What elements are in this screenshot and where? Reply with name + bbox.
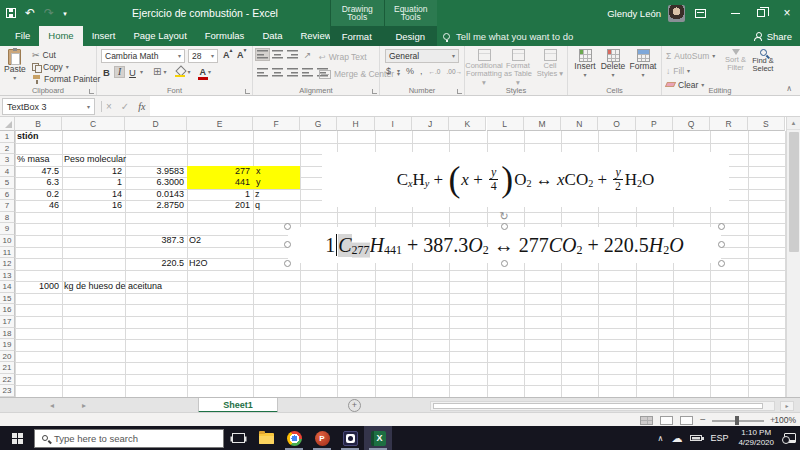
camera-app-button[interactable] — [336, 426, 364, 450]
vertical-scroll-thumb[interactable] — [789, 132, 799, 252]
cell-styles-button[interactable]: Cell Styles ▾ — [535, 49, 565, 79]
cell-B3[interactable]: % masa — [17, 154, 50, 166]
number-format-combo[interactable]: General▾ — [385, 49, 459, 63]
row-header-13[interactable]: 13 — [0, 270, 15, 282]
customize-qat-icon[interactable]: ▾ — [63, 10, 67, 17]
grow-font-button[interactable]: A▲ — [223, 50, 230, 60]
select-all-corner[interactable] — [0, 117, 15, 131]
middle-align-button[interactable] — [270, 48, 285, 61]
ribbon-display-options-icon[interactable] — [695, 9, 706, 18]
horizontal-scrollbar[interactable] — [430, 401, 775, 411]
alignment-dialog-launcher-icon[interactable] — [372, 89, 377, 94]
column-header-O[interactable]: O — [598, 117, 635, 131]
cell-C3[interactable]: Peso molecular — [64, 154, 126, 166]
column-header-S[interactable]: S — [748, 117, 785, 131]
zoom-out-icon[interactable]: − — [700, 414, 706, 425]
restore-button[interactable] — [748, 0, 774, 26]
start-button[interactable] — [0, 426, 34, 450]
cell-E5[interactable]: 441 — [187, 177, 253, 189]
page-break-view-button[interactable] — [680, 416, 693, 425]
autosum-button[interactable]: Σ AutoSum ▾ — [666, 49, 715, 62]
sort-filter-button[interactable]: Sort & Filter — [722, 49, 749, 73]
column-header-Q[interactable]: Q — [673, 117, 710, 131]
font-dialog-launcher-icon[interactable] — [245, 89, 250, 94]
font-color-icon[interactable]: A — [199, 68, 206, 77]
resize-handle[interactable] — [284, 241, 291, 248]
column-header-J[interactable]: J — [412, 117, 449, 131]
task-view-button[interactable] — [224, 426, 252, 450]
cell-E10[interactable]: O2 — [189, 235, 201, 247]
column-header-E[interactable]: E — [187, 117, 253, 131]
column-header-N[interactable]: N — [561, 117, 598, 131]
language-indicator[interactable]: ESP — [706, 426, 732, 450]
vertical-scrollbar[interactable]: ▲ — [786, 117, 800, 397]
row-header-1[interactable]: 1 — [0, 131, 15, 143]
user-avatar[interactable] — [668, 5, 685, 22]
align-right-button[interactable] — [285, 66, 300, 79]
row-header-21[interactable]: 21 — [0, 362, 15, 374]
resize-handle[interactable] — [718, 241, 725, 248]
wrap-text-button[interactable]: ↩ Wrap Text — [319, 51, 367, 63]
column-header-D[interactable]: D — [125, 117, 187, 131]
action-center-button[interactable] — [780, 426, 800, 450]
taskbar-search-input[interactable]: Type here to search — [34, 429, 224, 448]
find-select-button[interactable]: Find & Select — [750, 49, 776, 74]
cell-F6[interactable]: z — [255, 189, 260, 201]
cell-E7[interactable]: 201 — [187, 200, 253, 212]
new-sheet-icon[interactable]: + — [348, 399, 361, 412]
font-family-combo[interactable]: Cambria Math▾ — [101, 49, 185, 63]
cell-D7[interactable]: 2.8750 — [125, 200, 187, 212]
normal-view-button[interactable] — [640, 416, 653, 425]
cell-D6[interactable]: 0.0143 — [125, 189, 187, 201]
cell-B7[interactable]: 46 — [15, 200, 62, 212]
row-header-10[interactable]: 10 — [0, 235, 15, 247]
formula-input[interactable] — [150, 96, 800, 116]
battery-tray-item[interactable] — [686, 426, 706, 450]
row-header-14[interactable]: 14 — [0, 281, 15, 293]
cell-B4[interactable]: 47.5 — [15, 166, 62, 178]
row-header-15[interactable]: 15 — [0, 293, 15, 305]
cell-E4[interactable]: 277 — [187, 166, 253, 178]
file-explorer-button[interactable] — [252, 426, 280, 450]
sheet-tab-sheet1[interactable]: Sheet1 — [198, 398, 278, 413]
conditional-formatting-button[interactable]: Conditional Formatting ▾ — [467, 49, 501, 87]
cell-E6[interactable]: 1 — [187, 189, 253, 201]
undo-icon[interactable]: ↶ — [25, 7, 35, 19]
row-header-19[interactable]: 19 — [0, 339, 15, 351]
cell-F7[interactable]: q — [255, 200, 260, 212]
font-color-dropdown-icon[interactable]: ▾ — [208, 69, 211, 75]
italic-button[interactable]: I — [114, 66, 125, 78]
bold-button[interactable]: B — [101, 66, 112, 78]
page-layout-view-button[interactable] — [660, 416, 673, 425]
column-header-L[interactable]: L — [487, 117, 524, 131]
row-header-8[interactable]: 8 — [0, 212, 15, 224]
cell-D5[interactable]: 6.3000 — [125, 177, 187, 189]
cancel-entry-icon[interactable]: × — [106, 101, 112, 112]
next-sheet-icon[interactable]: ▸ — [82, 398, 86, 413]
tab-format[interactable]: Format — [330, 26, 384, 46]
share-button[interactable]: Share — [754, 26, 792, 46]
cell-B1[interactable]: stión — [17, 131, 39, 143]
scroll-right-icon[interactable]: ▸ — [780, 401, 794, 411]
column-header-I[interactable]: I — [375, 117, 412, 131]
row-header-20[interactable]: 20 — [0, 351, 15, 363]
format-painter-button[interactable]: Format Painter — [32, 73, 100, 85]
minimize-button[interactable] — [722, 0, 748, 26]
cell-F5[interactable]: y — [253, 177, 300, 189]
bottom-align-button[interactable] — [285, 48, 300, 61]
row-header-7[interactable]: 7 — [0, 200, 15, 212]
fill-button[interactable]: ↓ Fill ▾ — [666, 64, 690, 77]
resize-handle[interactable] — [718, 223, 725, 230]
cell-C5[interactable]: 1 — [62, 177, 125, 189]
save-icon[interactable] — [6, 8, 16, 18]
delete-cells-button[interactable]: Delete ▾ — [600, 49, 626, 78]
close-button[interactable]: × — [774, 0, 800, 26]
center-button[interactable] — [270, 66, 285, 79]
scroll-up-icon[interactable]: ▲ — [787, 117, 800, 130]
horizontal-scroll-thumb[interactable] — [433, 403, 763, 409]
percent-style-button[interactable]: % — [406, 66, 414, 76]
powerpoint-button[interactable]: P — [308, 426, 336, 450]
orientation-icon[interactable]: ↗ — [300, 48, 315, 61]
borders-icon[interactable]: ⊞ — [153, 67, 161, 77]
paste-button[interactable]: Paste ▾ — [4, 49, 26, 81]
